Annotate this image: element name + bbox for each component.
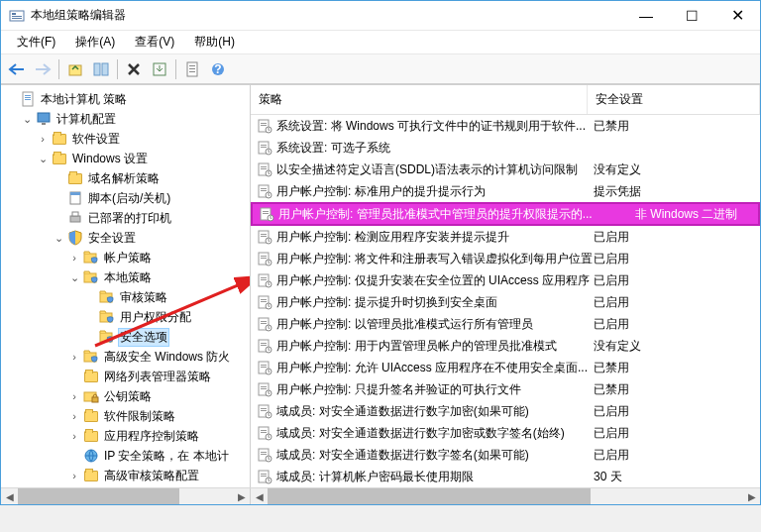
scroll-left-button[interactable]: ◀ [251, 488, 268, 504]
tree-security[interactable]: ⌄安全设置 [1, 228, 250, 248]
tree-node-icon [20, 91, 36, 107]
policy-row[interactable]: 系统设置: 将 Windows 可执行文件中的证书规则用于软件...已禁用 [251, 115, 760, 137]
tree-node-icon [99, 309, 115, 325]
svg-rect-1 [12, 13, 16, 15]
tree-toggle-icon[interactable]: › [68, 410, 80, 422]
tree-windows-firewall[interactable]: ›高级安全 Windows 防火 [1, 347, 250, 367]
policy-icon [257, 294, 272, 310]
tree-toggle-icon[interactable]: ⌄ [53, 232, 64, 245]
export-button[interactable] [148, 57, 171, 81]
maximize-button[interactable]: ☐ [669, 1, 714, 31]
policy-row[interactable]: 用户帐户控制: 管理员批准模式中管理员的提升权限提示的...非 Windows … [251, 202, 760, 226]
policy-icon [257, 140, 272, 156]
policy-setting: 已启用 [594, 272, 760, 289]
policy-icon [257, 447, 272, 463]
tree-user-rights[interactable]: 用户权限分配 [1, 307, 250, 327]
tree-toggle-icon[interactable]: › [68, 390, 80, 402]
tree-toggle-icon[interactable]: › [37, 133, 49, 145]
tree-label: 帐户策略 [102, 249, 154, 267]
titlebar: 本地组策略编辑器 — ☐ ✕ [1, 1, 760, 31]
scroll-right-button[interactable]: ▶ [233, 488, 250, 504]
list-panel[interactable]: 策略 安全设置 系统设置: 将 Windows 可执行文件中的证书规则用于软件.… [251, 85, 760, 487]
policy-icon [257, 251, 272, 266]
tree-domain-name[interactable]: 域名解析策略 [1, 168, 250, 188]
svg-rect-52 [263, 213, 269, 214]
tree-toggle-icon[interactable]: › [68, 351, 80, 363]
tree-adv-audit[interactable]: ›高级审核策略配置 [1, 466, 250, 485]
svg-rect-96 [261, 454, 267, 455]
close-button[interactable]: ✕ [714, 1, 760, 31]
policy-row[interactable]: 用户帐户控制: 提示提升时切换到安全桌面已启用 [251, 291, 760, 313]
menu-view[interactable]: 查看(V) [127, 31, 182, 53]
tree-panel[interactable]: 本地计算机 策略⌄计算机配置›软件设置⌄Windows 设置域名解析策略脚本(启… [1, 85, 251, 487]
policy-row[interactable]: 域成员: 对安全通道数据进行数字签名(如果可能)已启用 [251, 444, 760, 466]
tree-printers[interactable]: 已部署的打印机 [1, 208, 250, 228]
policy-row[interactable]: 用户帐户控制: 仅提升安装在安全位置的 UIAccess 应用程序已启用 [251, 269, 760, 291]
tree-label: Windows 设置 [70, 150, 150, 168]
tree-toggle-icon[interactable]: ⌄ [68, 271, 80, 284]
svg-rect-87 [261, 408, 267, 409]
policy-setting: 已启用 [594, 403, 760, 420]
policy-icon [257, 118, 272, 134]
policy-setting: 已启用 [594, 294, 760, 311]
tree-ip-security[interactable]: IP 安全策略，在 本地计 [1, 446, 250, 466]
svg-rect-80 [261, 367, 267, 368]
tree-toggle-icon[interactable]: › [68, 430, 80, 442]
tree-windows-settings[interactable]: ⌄Windows 设置 [1, 149, 250, 168]
show-hide-button[interactable] [89, 57, 113, 81]
toolbar-separator [58, 59, 59, 79]
tree-public-key[interactable]: ›公钥策略 [1, 386, 250, 406]
tree-network-list[interactable]: 网络列表管理器策略 [1, 367, 250, 386]
help-button[interactable]: ? [206, 57, 230, 81]
tree-software-settings[interactable]: ›软件设置 [1, 129, 250, 149]
menu-action[interactable]: 操作(A) [67, 31, 123, 53]
policy-row[interactable]: 域成员: 计算机帐户密码最长使用期限30 天 [251, 466, 760, 487]
policy-row[interactable]: 用户帐户控制: 标准用户的提升提示行为提示凭据 [251, 180, 760, 202]
properties-button[interactable] [180, 57, 204, 81]
scroll-right-button[interactable]: ▶ [743, 488, 760, 504]
tree-toggle-icon[interactable]: ⌄ [37, 153, 49, 165]
tree-local-policies[interactable]: ⌄本地策略 [1, 267, 250, 287]
policy-row[interactable]: 用户帐户控制: 将文件和注册表写入错误虚拟化到每用户位置已启用 [251, 248, 760, 269]
column-policy[interactable]: 策略 [251, 85, 588, 114]
policy-row[interactable]: 用户帐户控制: 以管理员批准模式运行所有管理员已启用 [251, 313, 760, 335]
policy-row[interactable]: 域成员: 对安全通道数据进行数字加密(如果可能)已启用 [251, 400, 760, 422]
back-button[interactable] [5, 57, 29, 81]
tree-root[interactable]: 本地计算机 策略 [1, 89, 250, 109]
tree-computer-config[interactable]: ⌄计算机配置 [1, 109, 250, 129]
policy-row[interactable]: 用户帐户控制: 用于内置管理员帐户的管理员批准模式没有定义 [251, 335, 760, 357]
policy-row[interactable]: 用户帐户控制: 只提升签名并验证的可执行文件已禁用 [251, 378, 760, 400]
tree-label: 安全选项 [118, 328, 169, 347]
tree-label: 应用程序控制策略 [102, 427, 201, 446]
tree-toggle-icon[interactable]: › [68, 470, 80, 481]
policy-icon [257, 316, 272, 332]
policy-row[interactable]: 域成员: 对安全通道数据进行数字加密或数字签名(始终)已启用 [251, 422, 760, 444]
tree-account-policies[interactable]: ›帐户策略 [1, 248, 250, 267]
tree-toggle-icon[interactable]: › [68, 252, 80, 264]
policy-row[interactable]: 系统设置: 可选子系统 [251, 137, 760, 159]
minimize-button[interactable]: — [623, 1, 669, 31]
up-button[interactable] [63, 57, 87, 81]
scroll-left-button[interactable]: ◀ [1, 488, 18, 504]
tree-app-control[interactable]: ›应用程序控制策略 [1, 426, 250, 446]
horizontal-scrollbar[interactable]: ◀ ▶ ◀ ▶ [1, 487, 760, 504]
svg-rect-67 [261, 299, 267, 300]
tree-security-options[interactable]: 安全选项 [1, 327, 250, 347]
tree-node-icon [36, 111, 52, 127]
policy-row[interactable]: 用户帐户控制: 检测应用程序安装并提示提升已启用 [251, 226, 760, 248]
policy-row[interactable]: 用户帐户控制: 允许 UIAccess 应用程序在不使用安全桌面...已禁用 [251, 357, 760, 378]
svg-rect-79 [261, 365, 267, 366]
menu-help[interactable]: 帮助(H) [186, 31, 243, 53]
policy-row[interactable]: 以安全描述符定义语言(SDDL)语法表示的计算机访问限制没有定义 [251, 159, 760, 180]
tree-scripts[interactable]: 脚本(启动/关机) [1, 188, 250, 208]
tree-audit-policy[interactable]: 审核策略 [1, 287, 250, 307]
tree-software-restrict[interactable]: ›软件限制策略 [1, 406, 250, 426]
menu-file[interactable]: 文件(F) [9, 31, 63, 53]
tree-toggle-icon[interactable]: ⌄ [21, 113, 33, 126]
svg-rect-83 [261, 386, 267, 387]
policy-name: 域成员: 对安全通道数据进行数字签名(如果可能) [276, 447, 594, 464]
column-setting[interactable]: 安全设置 [588, 85, 760, 114]
forward-button[interactable] [31, 57, 54, 81]
tree-node-icon [52, 151, 67, 166]
delete-button[interactable] [122, 57, 146, 81]
